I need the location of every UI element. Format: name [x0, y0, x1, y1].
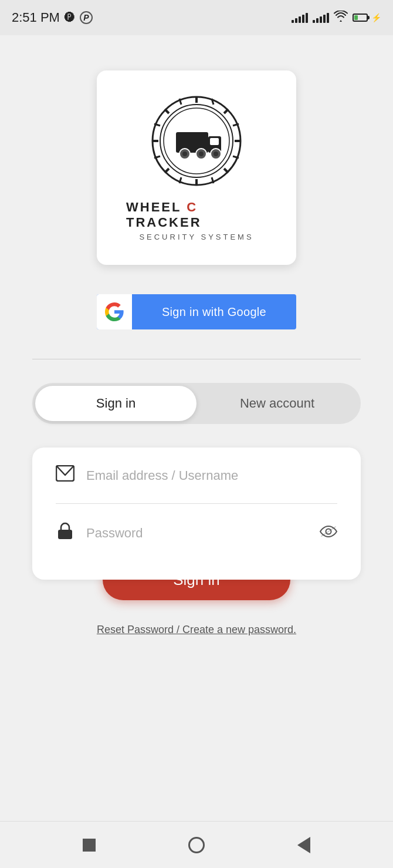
svg-point-11 — [214, 152, 218, 156]
status-time: 2:51 PM — [12, 10, 60, 25]
email-field-row — [56, 448, 337, 504]
nav-back-button[interactable] — [289, 830, 319, 860]
brand-subtitle: SECURITY SYSTEMS — [139, 233, 253, 241]
location-icon: 🅟 — [65, 12, 75, 24]
signal-icon-1 — [292, 12, 308, 23]
reset-password-link[interactable]: Reset Password / Create a new password. — [97, 624, 296, 636]
tab-switcher: Sign in New account — [32, 383, 361, 424]
password-field-row — [56, 504, 337, 562]
nav-home-button[interactable] — [182, 830, 211, 860]
email-icon — [56, 465, 74, 486]
google-signin-label: Sign in with Google — [132, 305, 296, 319]
brand-name: WHEEL C TRACKER — [126, 200, 267, 230]
nav-stop-button[interactable] — [74, 830, 104, 860]
svg-rect-5 — [210, 138, 219, 145]
lock-icon — [56, 522, 74, 544]
wifi-icon — [334, 11, 348, 25]
show-password-icon[interactable] — [320, 524, 337, 542]
email-input[interactable] — [86, 468, 337, 483]
status-icons: ⚡ — [292, 11, 381, 25]
back-icon — [297, 837, 310, 853]
svg-point-9 — [199, 152, 204, 156]
logo-card: WHEEL C TRACKER SECURITY SYSTEMS — [97, 70, 296, 265]
stop-icon — [83, 839, 96, 852]
logo-image — [150, 94, 243, 188]
google-signin-button[interactable]: Sign in with Google — [97, 294, 296, 329]
status-bar: 2:51 PM 🅟 P — [0, 0, 393, 35]
divider — [32, 359, 361, 359]
svg-rect-13 — [58, 530, 72, 539]
data-icon: P — [80, 11, 93, 24]
google-icon — [97, 294, 132, 329]
home-icon — [188, 837, 205, 853]
password-input[interactable] — [86, 526, 308, 541]
form-card — [32, 448, 361, 580]
main-content: WHEEL C TRACKER SECURITY SYSTEMS Sign in… — [0, 35, 393, 821]
battery-icon: ⚡ — [353, 13, 381, 22]
svg-point-7 — [182, 152, 187, 156]
nav-bar — [0, 821, 393, 868]
signal-icon-2 — [313, 12, 329, 23]
signin-tab[interactable]: Sign in — [35, 386, 196, 421]
new-account-tab[interactable]: New account — [196, 386, 358, 421]
status-time-group: 2:51 PM 🅟 P — [12, 10, 93, 25]
